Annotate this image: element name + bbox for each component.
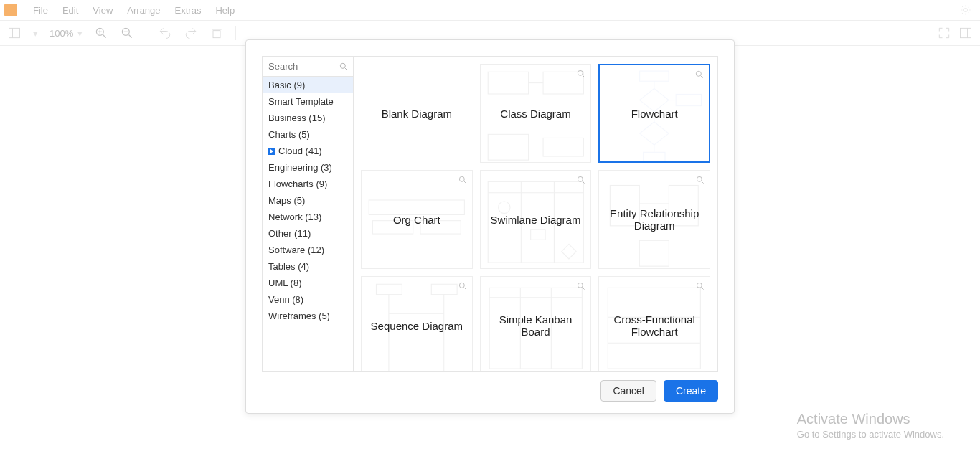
category-label: Venn (8) (268, 294, 303, 305)
svg-rect-42 (369, 200, 464, 214)
category-item[interactable]: Venn (8) (263, 291, 353, 308)
svg-point-54 (578, 176, 583, 181)
svg-line-30 (583, 75, 585, 77)
category-label: Smart Template (268, 96, 334, 107)
svg-rect-24 (488, 72, 528, 94)
modal-overlay: Basic (9)Smart TemplateBusiness (15)Char… (0, 0, 980, 454)
category-label: Wireframes (5) (268, 311, 330, 321)
preview-icon[interactable] (576, 69, 586, 79)
preview-icon[interactable] (576, 175, 586, 185)
preview-icon[interactable] (694, 70, 705, 80)
template-card[interactable]: Entity Relationship Diagram (598, 170, 710, 269)
svg-marker-34 (640, 122, 669, 145)
svg-line-55 (583, 181, 585, 184)
category-label: Business (15) (268, 113, 325, 123)
svg-line-23 (345, 67, 347, 70)
template-label: Entity Relationship Diagram (603, 207, 705, 232)
template-label: Blank Diagram (382, 108, 452, 120)
svg-rect-62 (376, 284, 402, 294)
svg-rect-63 (431, 284, 457, 294)
category-list: Basic (9)Smart TemplateBusiness (15)Char… (263, 77, 353, 371)
preview-icon[interactable] (695, 281, 705, 291)
template-label: Sequence Diagram (371, 320, 463, 332)
template-card[interactable]: Org Chart (361, 170, 473, 269)
category-item[interactable]: Other (11) (263, 225, 353, 242)
svg-rect-31 (640, 71, 669, 81)
category-item[interactable]: Maps (5) (263, 192, 353, 209)
svg-rect-33 (676, 94, 701, 105)
category-item[interactable]: UML (8) (263, 275, 353, 291)
category-item[interactable]: Wireframes (5) (263, 308, 353, 324)
category-label: Flowcharts (9) (268, 179, 327, 189)
template-card[interactable]: Flowchart (598, 64, 710, 163)
category-label: Tables (4) (268, 261, 309, 272)
svg-point-60 (697, 176, 702, 181)
category-item[interactable]: Business (15) (263, 110, 353, 126)
category-item[interactable]: Charts (5) (263, 126, 353, 143)
preview-icon[interactable] (695, 175, 705, 185)
template-label: Org Chart (393, 214, 440, 226)
svg-line-68 (463, 288, 466, 290)
preview-icon[interactable] (576, 281, 586, 291)
svg-rect-26 (488, 134, 528, 160)
category-item[interactable]: Flowcharts (9) (263, 176, 353, 192)
template-card[interactable]: Class Diagram (480, 64, 592, 163)
activate-subtitle: Go to Settings to activate Windows. (797, 429, 944, 440)
template-label: Class Diagram (500, 108, 570, 120)
category-label: Network (13) (268, 212, 321, 222)
template-label: Cross-Functional Flowchart (603, 313, 705, 338)
svg-point-29 (578, 70, 583, 75)
activate-title: Activate Windows (797, 411, 944, 427)
template-card[interactable]: Blank Diagram (361, 64, 473, 163)
new-diagram-dialog: Basic (9)Smart TemplateBusiness (15)Char… (245, 39, 735, 414)
expander-icon[interactable] (268, 148, 275, 155)
svg-point-51 (498, 202, 509, 213)
svg-line-41 (701, 76, 703, 78)
template-card[interactable]: Cross-Functional Flowchart (598, 276, 710, 372)
activate-windows-watermark: Activate Windows Go to Settings to activ… (797, 411, 944, 440)
template-label: Swimlane Diagram (491, 214, 581, 226)
svg-rect-58 (640, 240, 669, 266)
svg-line-46 (463, 181, 466, 184)
template-label: Flowchart (631, 108, 678, 120)
template-sidebar: Basic (9)Smart TemplateBusiness (15)Char… (262, 56, 354, 372)
template-label: Simple Kanban Board (485, 313, 587, 338)
svg-point-40 (696, 71, 701, 76)
svg-marker-53 (561, 244, 575, 258)
svg-line-74 (583, 288, 585, 290)
category-label: Maps (5) (268, 195, 305, 206)
category-label: Software (12) (268, 245, 324, 255)
category-item[interactable]: Basic (9) (263, 77, 353, 93)
svg-point-73 (578, 283, 583, 288)
template-card[interactable]: Sequence Diagram (361, 276, 473, 372)
template-grid: Blank DiagramClass DiagramFlowchartOrg C… (354, 56, 718, 372)
category-label: Basic (9) (268, 80, 305, 90)
category-label: Engineering (3) (268, 162, 332, 173)
category-label: Cloud (41) (278, 146, 322, 156)
preview-icon[interactable] (458, 281, 468, 291)
category-item[interactable]: Network (13) (263, 209, 353, 225)
category-item[interactable]: Software (12) (263, 242, 353, 258)
svg-point-22 (340, 63, 345, 68)
category-item[interactable]: Engineering (3) (263, 159, 353, 176)
preview-icon[interactable] (458, 175, 468, 185)
category-label: UML (8) (268, 278, 301, 288)
cancel-button[interactable]: Cancel (600, 380, 656, 402)
category-item[interactable]: Cloud (41) (263, 143, 353, 159)
svg-rect-52 (530, 230, 545, 240)
template-card[interactable]: Swimlane Diagram (480, 170, 592, 269)
category-label: Charts (5) (268, 129, 310, 140)
svg-rect-27 (543, 138, 583, 156)
svg-rect-35 (644, 152, 665, 161)
svg-line-61 (702, 181, 704, 184)
svg-point-78 (697, 283, 702, 288)
category-item[interactable]: Tables (4) (263, 258, 353, 275)
template-card[interactable]: Simple Kanban Board (480, 276, 592, 372)
category-item[interactable]: Smart Template (263, 93, 353, 110)
create-button[interactable]: Create (664, 380, 718, 402)
svg-point-45 (459, 176, 464, 181)
svg-point-67 (459, 283, 464, 288)
svg-line-79 (702, 288, 704, 290)
category-label: Other (11) (268, 228, 311, 239)
search-icon[interactable] (339, 62, 349, 72)
